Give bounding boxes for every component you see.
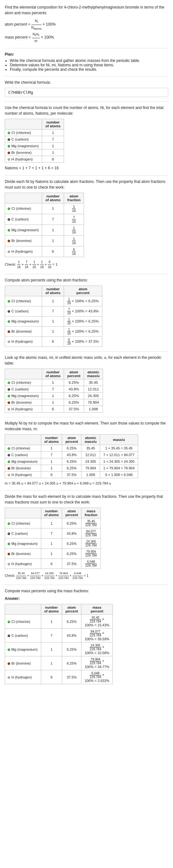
- cl-dot: [8, 447, 10, 450]
- cl-dot: [8, 132, 10, 134]
- mass-c: 12.011: [81, 452, 100, 458]
- col-natoms: numberof atoms: [42, 369, 64, 379]
- element-c: C (carbon): [5, 306, 42, 316]
- answer-label: Answer:: [5, 596, 168, 601]
- atomic-mass-label: Look up the atomic mass, mi, in unified …: [5, 355, 168, 366]
- mass-percent-table: numberof atoms atompercent masspercent C…: [5, 604, 113, 684]
- element-cl: Cl (chlorine): [5, 296, 42, 306]
- ni-h: 6: [42, 406, 64, 412]
- pct-h: 37.5%: [64, 406, 84, 412]
- formula-label: Write the chemical formula:: [5, 80, 168, 85]
- h-dot: [8, 250, 10, 253]
- total-c: 7 × 12.011 = 84.077: [100, 452, 138, 458]
- table-row: Br (bromine) 1 116 × 100% = 6.25%: [5, 326, 102, 336]
- table-row: H (hydrogen) 6 37.5% 6.048229.784 ×100% …: [5, 670, 113, 684]
- table-row: Br (bromine) 1: [5, 149, 64, 156]
- br-dot: [8, 401, 10, 404]
- table-row: Mg (magnesium) 1 6.25% 24.305: [5, 392, 103, 399]
- pct-mg: 6.25%: [62, 458, 81, 465]
- element-h: H (hydrogen): [5, 670, 41, 684]
- plan-heading: Plan:: [5, 52, 168, 57]
- element-h: H (hydrogen): [5, 156, 42, 162]
- mass-percent-intro: Compute mass percents using the mass fra…: [5, 588, 168, 594]
- table-row: H (hydrogen) 6 37.5% 1.008 6 × 1.008 = 6…: [5, 471, 138, 478]
- pct-br: 6.25%: [62, 656, 81, 670]
- ni-mg: 1: [41, 458, 62, 465]
- pct-h: 37.5%: [62, 670, 81, 684]
- table-row: C (carbon) 7 43.8% 12.011 7 × 12.011 = 8…: [5, 452, 138, 458]
- table-row: Mg (magnesium) 1 116 × 100% = 6.25%: [5, 316, 102, 326]
- mass-h: 1.008: [81, 471, 100, 478]
- atom-fraction-label: Divide each Ni by Natoms to calculate at…: [5, 179, 168, 190]
- mass-percent-section: Compute mass percents using the mass fra…: [5, 588, 168, 684]
- element-mg: Mg (magnesium): [5, 143, 42, 149]
- ni-mg: 1: [41, 538, 62, 549]
- c-dot: [8, 532, 10, 535]
- h-dot: [8, 408, 10, 411]
- element-br: Br (bromine): [5, 549, 41, 559]
- element-h: H (hydrogen): [5, 406, 42, 412]
- ni-h: 6: [41, 471, 62, 478]
- ni-br: 1: [41, 465, 62, 471]
- table-row: Cl (chlorine) 1 6.25% 35.45: [5, 379, 103, 386]
- table-row: Br (bromine) 1 116: [5, 235, 84, 246]
- molecular-mass-label: Multiply Ni by mi to compute the mass fo…: [5, 421, 168, 432]
- pct-cl: 116 × 100% = 6.25%: [64, 296, 102, 306]
- mfrac-cl: 35.45229.784: [81, 518, 101, 528]
- ni-br: 1: [41, 656, 62, 670]
- table-row: Cl (chlorine) 1: [5, 129, 64, 136]
- col-element: [5, 285, 42, 296]
- molecular-mass-table: numberof atoms atompercent atomicmass/u …: [5, 434, 138, 478]
- col-element: [5, 193, 42, 203]
- br-dot: [8, 331, 10, 333]
- h-dot: [8, 676, 10, 679]
- atom-percent-section: Compute atom percents using the atom fra…: [5, 277, 168, 347]
- col-natoms: numberof atoms: [41, 604, 62, 615]
- element-cl: Cl (chlorine): [5, 203, 42, 214]
- cl-dot: [8, 208, 10, 210]
- col-element: [5, 119, 42, 129]
- formula-box: C7H8BrClMg: [5, 88, 168, 97]
- frac-br: 116: [64, 235, 84, 246]
- total-br: 1 × 79.904 = 79.904: [100, 465, 138, 471]
- c-dot: [8, 310, 10, 313]
- table-row: H (hydrogen) 6 616: [5, 246, 84, 257]
- ni-h: 6: [42, 246, 64, 257]
- ni-br: 1: [42, 235, 64, 246]
- element-cl: Cl (chlorine): [5, 615, 41, 628]
- table-row: Br (bromine) 1 6.25% 79.904229.784 ×100%…: [5, 656, 113, 670]
- mass-cl: 35.45: [81, 445, 100, 452]
- pct-mg: 6.25%: [64, 392, 84, 399]
- ni-c: 7: [42, 214, 64, 224]
- cl-dot: [8, 300, 10, 303]
- chemical-formula: C7H8BrClMg: [8, 90, 33, 95]
- atomic-mass-section: Look up the atomic mass, mi, in unified …: [5, 355, 168, 412]
- table-row: Mg (magnesium) 1 6.25% 24.305 1 × 24.305…: [5, 458, 138, 465]
- element-c: C (carbon): [5, 386, 42, 392]
- mass-percent-formula: mass percent = Nimim × 100%: [5, 32, 168, 43]
- col-atomic-mass: atomicmass/u: [84, 369, 103, 379]
- table-row: C (carbon) 7: [5, 136, 64, 143]
- col-atom-pct: atompercent: [64, 369, 84, 379]
- table-row: Cl (chlorine) 1 116: [5, 203, 84, 214]
- col-atom-pct: atompercent: [64, 285, 102, 296]
- atomic-mass-table: numberof atoms atompercent atomicmass/u …: [5, 369, 103, 412]
- element-br: Br (bromine): [5, 326, 42, 336]
- ni-c: 7: [42, 386, 64, 392]
- mass-br: 79.904: [81, 465, 100, 471]
- atom-fraction-table: numberof atoms atomfraction Cl (chlorine…: [5, 193, 84, 257]
- frac-c: 716: [64, 214, 84, 224]
- ni-mg: 1: [42, 316, 64, 326]
- mg-dot: [8, 461, 10, 463]
- br-dot: [8, 662, 10, 665]
- c-dot: [8, 138, 10, 141]
- mpct-h: 6.048229.784 ×100% = 2.632%: [81, 670, 113, 684]
- mpct-mg: 24.305229.784 ×100% = 10.58%: [81, 643, 113, 656]
- element-c: C (carbon): [5, 136, 42, 143]
- element-br: Br (bromine): [5, 656, 41, 670]
- plan-step-1: Write the chemical formula and gather at…: [10, 58, 168, 63]
- col-mass-pct: masspercent: [81, 604, 113, 615]
- pct-cl: 6.25%: [64, 379, 84, 386]
- pct-c: 43.8%: [62, 528, 81, 538]
- pct-c: 43.8%: [64, 386, 84, 392]
